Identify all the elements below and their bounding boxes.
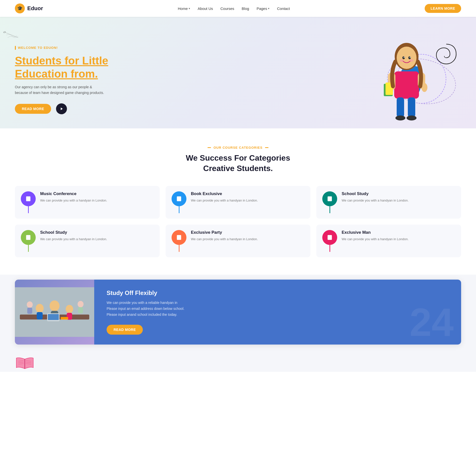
category-icon-1 bbox=[21, 191, 36, 206]
logo-text: Eduor bbox=[27, 5, 43, 12]
category-desc-5: We can provide you with a handyan in Lon… bbox=[191, 237, 304, 242]
category-icon-5 bbox=[172, 230, 186, 245]
nav-pages[interactable]: Pages ▾ bbox=[257, 6, 270, 11]
category-info-6: Exclusive Man We can provide you with a … bbox=[342, 230, 455, 242]
category-icon-6 bbox=[322, 230, 337, 245]
study-image bbox=[15, 280, 94, 344]
book-decoration bbox=[15, 356, 35, 372]
svg-point-23 bbox=[410, 59, 414, 62]
svg-rect-57 bbox=[48, 314, 59, 320]
category-card-6: Exclusive Man We can provide you with a … bbox=[316, 225, 461, 257]
study-title: Study Off Flexibly bbox=[107, 290, 449, 296]
svg-point-60 bbox=[78, 301, 84, 307]
category-desc-3: We can provide you with a handyan in Lon… bbox=[342, 198, 455, 203]
category-desc-4: We can provide you with a handyan in Lon… bbox=[40, 237, 154, 242]
category-name-4: School Study bbox=[40, 230, 154, 235]
hero-read-more-button[interactable]: READ MORE bbox=[15, 104, 51, 114]
nav-links: Home ▾ About Us Courses Blog Pages ▾ Con… bbox=[178, 6, 290, 11]
svg-rect-58 bbox=[61, 317, 68, 320]
svg-point-1 bbox=[3, 31, 6, 33]
category-desc-1: We can provide you with a handyan in Lon… bbox=[40, 198, 154, 203]
study-content: Study Off Flexibly We can provide you wi… bbox=[94, 280, 461, 344]
nav-home[interactable]: Home ▾ bbox=[178, 6, 190, 11]
logo[interactable]: 🎓 Eduor bbox=[15, 3, 43, 13]
svg-point-14 bbox=[395, 116, 405, 120]
svg-rect-5 bbox=[394, 71, 419, 99]
nav-blog[interactable]: Blog bbox=[242, 6, 249, 11]
svg-point-50 bbox=[50, 300, 60, 311]
svg-rect-12 bbox=[397, 97, 404, 117]
category-info-1: Music Conference We can provide you with… bbox=[40, 191, 154, 203]
study-card: Study Off Flexibly We can provide you wi… bbox=[15, 280, 461, 344]
svg-rect-13 bbox=[408, 97, 415, 117]
hero-title: Students for Little Education from. bbox=[15, 54, 108, 81]
svg-point-22 bbox=[400, 59, 404, 62]
category-icon-2 bbox=[172, 191, 186, 206]
category-card-4: School Study We can provide you with a h… bbox=[15, 225, 160, 257]
category-desc-2: We can provide you with a handyan in Lon… bbox=[191, 198, 304, 203]
nav-courses[interactable]: Courses bbox=[220, 6, 234, 11]
svg-marker-2 bbox=[61, 108, 63, 110]
svg-point-17 bbox=[397, 47, 416, 69]
category-card-1: Music Conference We can provide you with… bbox=[15, 186, 160, 219]
hero-section: WELCOME TO EDUON! Students for Little Ed… bbox=[0, 17, 476, 128]
navbar: 🎓 Eduor Home ▾ About Us Courses Blog Pag… bbox=[0, 0, 476, 17]
badge-bar-right bbox=[265, 147, 268, 148]
nav-cta-button[interactable]: LEARN MORE bbox=[425, 4, 461, 13]
categories-grid: Music Conference We can provide you with… bbox=[15, 186, 461, 257]
study-bg-number: 24 bbox=[410, 302, 454, 342]
svg-rect-62 bbox=[78, 307, 83, 313]
category-card-3: School Study We can provide you with a h… bbox=[316, 186, 461, 219]
hero-description: Our agency can only be as strong as our … bbox=[15, 84, 104, 95]
study-description: We can provide you with a reliable handy… bbox=[107, 300, 186, 318]
category-name-1: Music Conference bbox=[40, 191, 154, 196]
study-read-more-button[interactable]: READ MORE bbox=[107, 325, 143, 335]
hero-play-button[interactable] bbox=[56, 103, 67, 114]
svg-line-0 bbox=[5, 32, 18, 38]
book-icon bbox=[15, 356, 35, 371]
svg-rect-61 bbox=[27, 308, 32, 314]
svg-point-54 bbox=[66, 305, 73, 313]
hero-image bbox=[357, 32, 461, 128]
hero-actions: READ MORE bbox=[15, 103, 108, 114]
home-dropdown-icon: ▾ bbox=[189, 7, 190, 10]
badge-bar-left bbox=[208, 147, 211, 148]
hero-content: WELCOME TO EDUON! Students for Little Ed… bbox=[15, 46, 108, 114]
nav-about[interactable]: About Us bbox=[198, 6, 213, 11]
category-icon-3 bbox=[322, 191, 337, 206]
badge-bar bbox=[15, 46, 16, 50]
category-info-2: Book Exclusive We can provide you with a… bbox=[191, 191, 304, 203]
footer-space bbox=[0, 357, 476, 372]
nav-contact[interactable]: Contact bbox=[277, 6, 290, 11]
category-info-3: School Study We can provide you with a h… bbox=[342, 191, 455, 203]
logo-icon: 🎓 bbox=[15, 3, 25, 13]
category-name-5: Exclusive Party bbox=[191, 230, 304, 235]
section-badge: OUR COURSE CATEGORIES bbox=[15, 146, 461, 149]
category-info-5: Exclusive Party We can provide you with … bbox=[191, 230, 304, 242]
svg-point-59 bbox=[27, 301, 33, 308]
svg-point-21 bbox=[410, 57, 411, 58]
svg-point-20 bbox=[404, 57, 405, 58]
study-section: Study Off Flexibly We can provide you wi… bbox=[0, 275, 476, 357]
svg-point-19 bbox=[408, 56, 411, 59]
category-card-2: Book Exclusive We can provide you with a… bbox=[166, 186, 310, 219]
category-icon-4 bbox=[21, 230, 36, 245]
category-info-4: School Study We can provide you with a h… bbox=[40, 230, 154, 242]
svg-point-15 bbox=[407, 116, 416, 120]
category-desc-6: We can provide you with a handyan in Lon… bbox=[342, 237, 455, 242]
categories-section: OUR COURSE CATEGORIES We Success For Cat… bbox=[0, 128, 476, 275]
svg-rect-53 bbox=[37, 312, 43, 320]
categories-title: We Success For CategoriesCreative Studen… bbox=[15, 153, 461, 174]
girl-figure-svg bbox=[367, 32, 446, 128]
category-name-3: School Study bbox=[342, 191, 455, 196]
pages-dropdown-icon: ▾ bbox=[268, 7, 269, 10]
svg-point-18 bbox=[402, 56, 405, 59]
category-card-5: Exclusive Party We can provide you with … bbox=[166, 225, 310, 257]
category-name-6: Exclusive Man bbox=[342, 230, 455, 235]
category-name-2: Book Exclusive bbox=[191, 191, 304, 196]
classroom-svg bbox=[15, 287, 94, 337]
svg-point-52 bbox=[36, 304, 44, 313]
play-icon bbox=[60, 107, 63, 111]
hero-badge: WELCOME TO EDUON! bbox=[15, 46, 108, 50]
